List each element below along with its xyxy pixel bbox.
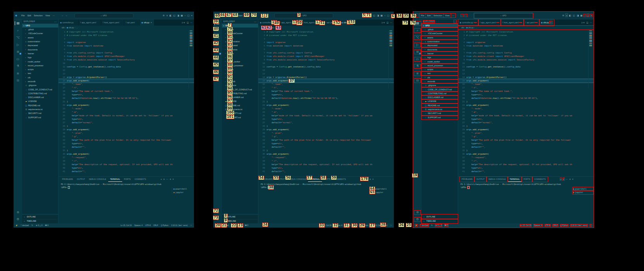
tree-item[interactable]: ›learner bbox=[422, 52, 458, 55]
tree-item[interactable]: ∨customization bbox=[22, 40, 58, 43]
status-encoding[interactable]: UTF-8 bbox=[545, 224, 551, 226]
tree-item[interactable]: ☰requirements.txt bbox=[422, 107, 458, 111]
menu-item-selection[interactable]: Selection bbox=[432, 14, 443, 17]
act-scm-icon[interactable]: ⌥ bbox=[414, 36, 421, 40]
layout-toggle-icon[interactable]: ◧ bbox=[170, 14, 172, 17]
breadcrumb-item[interactable]: ◆ ufo.py bbox=[67, 26, 74, 29]
menu-item-edit[interactable]: Edit bbox=[26, 14, 32, 17]
act-search-icon[interactable]: ⌕ bbox=[414, 29, 421, 33]
breadcrumb[interactable]: ufo›◆ ufo.py›… bbox=[458, 26, 594, 29]
status-pyver[interactable]: 3.10.11 ('dev': venv) bbox=[571, 224, 587, 226]
status-problems[interactable]: ⊗ 0 △ 0 bbox=[435, 224, 442, 226]
layout-toggle-icon[interactable]: ◨ bbox=[576, 14, 579, 17]
menu-item-file[interactable]: File bbox=[420, 14, 426, 17]
forward-icon[interactable]: → bbox=[465, 14, 467, 17]
panel-tab-terminal[interactable]: TERMINAL bbox=[108, 177, 122, 182]
copilot-icon[interactable]: ⊚ bbox=[562, 14, 564, 17]
breadcrumb-item[interactable]: ufo bbox=[62, 26, 64, 29]
action-more-icon[interactable]: ⋯ bbox=[190, 21, 193, 24]
tab-controller.py[interactable]: ◆controller.py bbox=[59, 19, 79, 26]
tree-item[interactable]: ›assets bbox=[422, 36, 458, 40]
tree-item[interactable]: ›learner bbox=[22, 52, 58, 55]
tree-item[interactable]: ↓SUPPORT.md bbox=[422, 116, 458, 119]
menu-item-selection[interactable]: Selection bbox=[33, 14, 44, 17]
tree-item[interactable]: ›.github bbox=[422, 28, 458, 31]
back-icon[interactable]: ← bbox=[461, 14, 463, 17]
tab-close-icon[interactable]: × bbox=[150, 21, 152, 24]
act-run-icon[interactable]: ▷ bbox=[15, 43, 21, 47]
term-chevron-icon[interactable]: ∨ bbox=[563, 178, 564, 180]
menu-item-more[interactable]: ⋯ bbox=[52, 14, 56, 17]
action-run-icon[interactable]: ▷∨ bbox=[582, 21, 585, 24]
panel-tab-problems[interactable]: PROBLEMS bbox=[460, 177, 474, 182]
act-explorer-icon[interactable]: ▤ bbox=[15, 21, 21, 25]
layout-toggle-icon[interactable]: ◨ bbox=[377, 14, 379, 17]
term-chevron-icon[interactable]: ∨ bbox=[163, 178, 165, 180]
panel-tab-ports[interactable]: PORTS bbox=[122, 177, 133, 182]
term-up-icon[interactable]: ∧ bbox=[569, 178, 571, 180]
terminal[interactable]: PS C:\Users\chaoyunzhang\OneDrive - Micr… bbox=[59, 182, 194, 223]
panel-tab-output[interactable]: OUTPUT bbox=[474, 177, 486, 182]
panel-tab-comments[interactable]: COMMENTS bbox=[133, 177, 148, 182]
code-editor[interactable]: 1# Copyright (c) Microsoft Corporation.2… bbox=[458, 29, 594, 176]
tree-item[interactable]: ›assets bbox=[22, 36, 58, 40]
status-ports[interactable]: ₩ 0 bbox=[445, 224, 448, 226]
term-kill-icon[interactable]: × bbox=[372, 178, 374, 180]
status-ports[interactable]: ₩ 0 bbox=[245, 224, 248, 226]
tree-item[interactable]: ↓CODE_OF_CONDUCT.md bbox=[22, 87, 58, 91]
status-sync[interactable]: ↻ bbox=[31, 224, 33, 226]
breadcrumb-item[interactable]: … bbox=[476, 26, 478, 29]
act-extensions-icon[interactable]: ⊞2 bbox=[414, 50, 421, 54]
explorer-more-icon[interactable]: ⋯ bbox=[254, 20, 256, 23]
tree-item[interactable]: ↓CONTRIBUTING.md bbox=[22, 91, 58, 95]
menu-item-view[interactable]: View bbox=[44, 14, 51, 17]
tree-item[interactable]: ›ufo bbox=[422, 76, 458, 79]
tree-item[interactable]: ›ufo bbox=[22, 76, 58, 79]
minimap[interactable] bbox=[588, 30, 594, 88]
tab-app_agent.yaml[interactable]: !app_agent.yaml bbox=[79, 19, 101, 26]
act-remote-icon[interactable]: ▭ bbox=[414, 57, 421, 61]
tree-item[interactable]: ↓DISCLAIMER.md bbox=[22, 95, 58, 99]
tree-item[interactable]: ›.VSCodeCounter bbox=[22, 31, 58, 35]
act-account-icon[interactable]: ⊚ bbox=[15, 211, 21, 214]
layout-toggle-icon[interactable]: ◱ bbox=[573, 14, 575, 17]
act-extensions-icon[interactable]: ⊞2 bbox=[15, 50, 21, 54]
term-more-icon[interactable]: ⋯ bbox=[566, 178, 568, 180]
tab-api.yaml[interactable]: !api.yaml bbox=[524, 19, 539, 26]
menu-item-more[interactable]: ⋯ bbox=[451, 14, 456, 17]
copilot-icon[interactable]: ⊚ bbox=[163, 14, 164, 17]
tree-item[interactable]: ›record_processor bbox=[22, 64, 58, 67]
maximize-button[interactable]: ▢ bbox=[387, 14, 390, 17]
act-chat-icon[interactable]: ⊟ bbox=[414, 79, 421, 83]
action-split-icon[interactable]: ◫ bbox=[386, 21, 388, 24]
act-account-icon[interactable]: ⊚ bbox=[414, 211, 421, 214]
layout-toggle-icon[interactable]: ◨ bbox=[177, 14, 179, 17]
act-docker-icon[interactable]: ≋ bbox=[15, 72, 21, 76]
layout-toggle-icon[interactable]: ▦ bbox=[181, 14, 183, 17]
tree-item[interactable]: ⓘREADME.md bbox=[422, 104, 458, 107]
search-input[interactable]: ⌕UFO bbox=[74, 13, 133, 18]
panel-tab-terminal[interactable]: TERMINAL bbox=[508, 177, 522, 182]
panel-tab-debug console[interactable]: DEBUG CONSOLE bbox=[486, 177, 507, 182]
status-remote[interactable]: ⚡ bbox=[415, 224, 417, 226]
tab-app_agent.yaml[interactable]: !app_agent.yaml bbox=[478, 19, 501, 26]
act-remote-icon[interactable]: ▭ bbox=[15, 57, 21, 61]
tree-item[interactable]: ›deprecated bbox=[422, 43, 458, 47]
term-up-icon[interactable]: ∧ bbox=[170, 178, 171, 180]
term-kill-icon[interactable]: × bbox=[572, 178, 573, 180]
status-lncol[interactable]: Ln 15, Col 19 bbox=[121, 224, 132, 226]
terminal-session-jupyter[interactable]: ◉jupyter bbox=[373, 191, 393, 194]
status-bell[interactable]: ⚐ bbox=[190, 224, 192, 226]
tab-ufo.py[interactable]: ◆ufo.py× bbox=[539, 19, 554, 26]
tree-item[interactable]: ›scripts bbox=[422, 67, 458, 71]
breadcrumb-item[interactable]: … bbox=[76, 26, 78, 29]
act-test-icon[interactable]: ⚗ bbox=[15, 64, 21, 68]
tree-item[interactable]: ↓CONTRIBUTING.md bbox=[422, 91, 458, 95]
tab-controller.py[interactable]: ◆controller.py bbox=[458, 19, 478, 26]
tree-item[interactable]: ›scripts bbox=[22, 67, 58, 71]
act-scm-icon[interactable]: ⌥ bbox=[15, 36, 21, 40]
menu-item-edit[interactable]: Edit bbox=[426, 14, 432, 17]
term-kill-icon[interactable]: × bbox=[173, 178, 174, 180]
layout-toggle-icon[interactable]: ▦ bbox=[580, 14, 583, 17]
terminal-session-powershell[interactable]: ▣powershell bbox=[173, 187, 194, 191]
